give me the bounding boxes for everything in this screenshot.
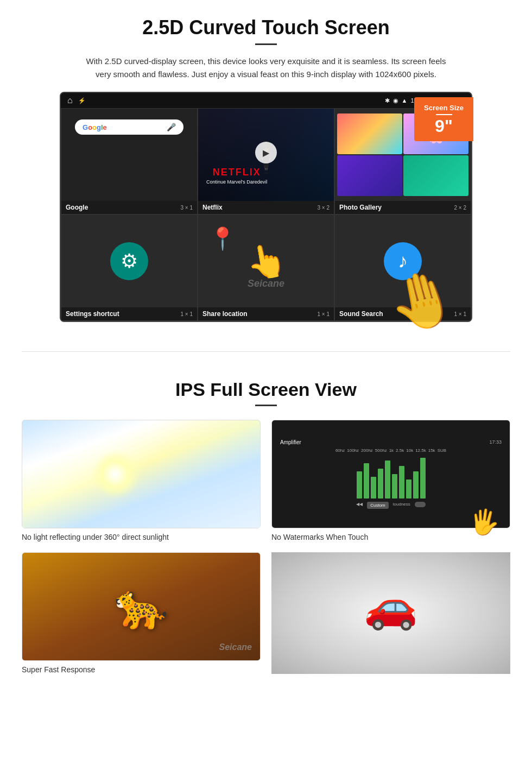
cheetah-image: 🐆 Seicane	[22, 553, 260, 660]
settings-app-size: 1 × 1	[180, 311, 193, 317]
amp-bar-7	[399, 466, 404, 499]
amp-bar-2	[364, 463, 369, 499]
amp-title: Amplifier	[280, 439, 301, 445]
photos-app-name: Photo Gallery	[339, 204, 382, 211]
image-placeholder-amplifier: Amplifier 17:33 60hz100hz200hz500hz1k2.5…	[271, 420, 510, 528]
section-divider	[22, 351, 510, 352]
bluetooth-icon: ✱	[385, 97, 390, 104]
app-cell-share-location[interactable]: 📍 👆 Share location 1 × 1	[198, 215, 334, 321]
image-placeholder-sunlight	[22, 420, 261, 528]
share-label-row: Share location 1 × 1	[198, 307, 334, 320]
usb-icon: ⚡	[78, 97, 86, 104]
car-top-image: 🚗	[272, 553, 510, 660]
amp-bars	[354, 455, 428, 499]
gear-icon: ⚙	[121, 250, 138, 273]
image-placeholder-car: 🚗	[271, 552, 510, 661]
badge-label: Screen Size	[424, 104, 464, 112]
netflix-app-name: Netflix	[202, 204, 223, 211]
amp-time: 17:33	[489, 439, 502, 445]
image-grid: No light reflecting under 360° direct su…	[22, 420, 510, 674]
section1-title: 2.5D Curved Touch Screen	[33, 16, 499, 39]
seicane-device-watermark: Seicane	[248, 278, 284, 289]
app-cell-settings[interactable]: ⚙ Settings shortcut 1 × 1	[61, 215, 198, 321]
title-underline	[255, 43, 277, 45]
settings-cell-content: ⚙	[61, 215, 197, 307]
amp-bar-8	[406, 480, 411, 499]
settings-app-name: Settings shortcut	[66, 310, 119, 318]
music-note-icon: ♪	[398, 250, 408, 273]
amp-freq-labels: 60hz100hz200hz500hz1k2.5k10k12.5k15kSUB	[335, 448, 446, 453]
share-cell-content: 📍 👆	[198, 215, 334, 307]
amp-controls: ◀◀ Custom loudness	[356, 502, 426, 509]
google-logo: Google	[83, 123, 107, 131]
seicane-cheetah-watermark: Seicane	[219, 642, 252, 652]
sunlight-caption: No light reflecting under 360° direct su…	[22, 533, 261, 541]
sound-app-name: Sound Search	[339, 310, 383, 318]
netflix-label-row: Netflix 3 × 2	[198, 201, 334, 214]
photo-thumb-3	[337, 155, 402, 196]
amp-bar-4	[378, 469, 383, 499]
photo-thumb-4	[403, 155, 468, 196]
netflix-subtitle: Continue Marvel's Daredevil	[206, 179, 267, 185]
netflix-cell-content: 🕴 ▶ NETFLIX Continue Marvel's Daredevil	[198, 109, 334, 201]
location-icon: ◉	[393, 97, 398, 104]
settings-icon-circle: ⚙	[110, 242, 148, 280]
image-placeholder-cheetah: 🐆 Seicane	[22, 552, 261, 661]
section2-underline	[255, 405, 277, 406]
amp-bar-5	[385, 460, 390, 499]
mic-icon: 🎤	[167, 123, 176, 131]
netflix-play-button[interactable]: ▶	[255, 142, 277, 163]
badge-underline	[436, 114, 452, 115]
google-app-size: 3 × 1	[180, 205, 193, 211]
google-search-bar[interactable]: Google 🎤	[75, 119, 183, 135]
settings-label-row: Settings shortcut 1 × 1	[61, 307, 197, 320]
app-grid-row1: Google 🎤 Google 3 × 1	[61, 108, 471, 215]
netflix-logo-overlay: NETFLIX Continue Marvel's Daredevil	[206, 167, 267, 185]
photo-thumb-1	[337, 113, 402, 154]
wifi-icon: ▲	[402, 97, 408, 104]
status-bar: ⌂ ⚡ ✱ ◉ ▲ 15:06 ⬜ 🔊 ☒ ▭	[61, 93, 471, 108]
sun-glow	[89, 447, 143, 502]
amp-bar-6	[392, 474, 397, 499]
image-card-cheetah: 🐆 Seicane Super Fast Response	[22, 552, 261, 674]
amp-bar-1	[357, 471, 362, 499]
cheetah-caption: Super Fast Response	[22, 665, 261, 674]
app-cell-netflix[interactable]: 🕴 ▶ NETFLIX Continue Marvel's Daredevil …	[198, 108, 334, 215]
badge-size: 9"	[435, 116, 453, 136]
photos-app-size: 2 × 2	[454, 205, 466, 211]
sunlight-image	[22, 420, 260, 528]
section-curved-screen: 2.5D Curved Touch Screen With 2.5D curve…	[0, 0, 532, 335]
amp-bar-10	[420, 458, 426, 499]
status-left: ⌂ ⚡	[67, 96, 86, 105]
section-ips: IPS Full Screen View No light reflecting…	[0, 368, 532, 690]
share-app-size: 1 × 1	[317, 311, 330, 317]
device-mockup: Screen Size 9" ⌂ ⚡ ✱ ◉ ▲ 15:06 ⬜ 🔊 ☒	[60, 92, 472, 322]
home-icon[interactable]: ⌂	[67, 96, 73, 105]
section1-description: With 2.5D curved-display screen, this de…	[81, 55, 451, 81]
amp-hand-icon: 🖐	[468, 506, 501, 528]
netflix-app-size: 3 × 2	[317, 205, 330, 211]
app-cell-google[interactable]: Google 🎤 Google 3 × 1	[61, 108, 198, 215]
hand-pointing-icon: 👆	[243, 239, 289, 284]
cheetah-silhouette-icon: 🐆	[114, 581, 168, 632]
amp-bar-3	[371, 477, 376, 499]
image-card-car: 🚗 Large Viewing Angle	[271, 552, 510, 674]
maps-icon: 📍	[209, 226, 236, 251]
netflix-logo-text: NETFLIX	[206, 167, 267, 178]
google-label-row: Google 3 × 1	[61, 201, 197, 214]
amp-header: Amplifier 17:33	[277, 439, 504, 445]
google-cell-content: Google 🎤	[61, 109, 197, 201]
photos-label-row: Photo Gallery 2 × 2	[335, 201, 471, 214]
section2-title: IPS Full Screen View	[22, 379, 510, 400]
image-card-amplifier: Amplifier 17:33 60hz100hz200hz500hz1k2.5…	[271, 420, 510, 541]
image-card-sunlight: No light reflecting under 360° direct su…	[22, 420, 261, 541]
screen-size-badge: Screen Size 9"	[414, 97, 473, 141]
share-app-name: Share location	[202, 310, 248, 318]
car-top-icon: 🚗	[364, 581, 418, 632]
google-app-name: Google	[66, 204, 88, 211]
amp-bar-9	[413, 471, 419, 499]
